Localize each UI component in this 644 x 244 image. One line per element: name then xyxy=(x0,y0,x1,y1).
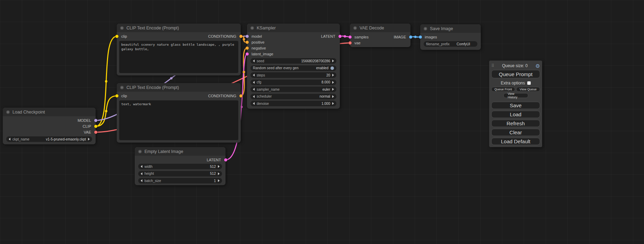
input-slot-clip[interactable] xyxy=(115,35,118,38)
node-clip-text-encode-negative[interactable]: CLIP Text Encode (Prompt) clip CONDITION… xyxy=(117,83,241,143)
slot-row: samples IMAGE xyxy=(350,34,411,40)
node-save-image[interactable]: Save Image images filename_prefix ComfyU… xyxy=(420,24,481,50)
increment-arrow-icon[interactable] xyxy=(332,88,334,91)
node-title-bar[interactable]: Empty Latent Image xyxy=(135,147,226,156)
collapse-dot-icon[interactable] xyxy=(120,26,124,30)
input-slot-positive[interactable] xyxy=(246,40,249,44)
queue-prompt-button[interactable]: Queue Prompt xyxy=(491,70,540,78)
increment-arrow-icon[interactable] xyxy=(332,81,334,84)
view-history-button[interactable]: View History xyxy=(503,93,528,98)
menu-header: ⠿ Queue size: 0 ⚙ xyxy=(491,63,540,69)
positive-prompt-textarea[interactable]: beautiful scenery nature glass bottle la… xyxy=(119,41,238,73)
increment-arrow-icon[interactable] xyxy=(332,102,334,105)
input-slot-negative[interactable] xyxy=(246,46,249,49)
widget-denoise[interactable]: denoise 1.000 xyxy=(250,101,336,106)
decrement-arrow-icon[interactable] xyxy=(253,74,255,76)
widget-cfg[interactable]: cfg 8.000 xyxy=(250,80,336,85)
node-title-bar[interactable]: CLIP Text Encode (Prompt) xyxy=(117,24,241,32)
collapse-dot-icon[interactable] xyxy=(424,27,427,30)
toggle-knob-icon[interactable] xyxy=(330,66,334,70)
node-ksampler[interactable]: KSampler model LATENT positive negative … xyxy=(247,24,340,109)
node-load-checkpoint[interactable]: Load Checkpoint MODEL CLIP VAE ckpt_name… xyxy=(3,108,96,144)
slot-row: CLIP xyxy=(3,123,96,129)
increment-arrow-icon[interactable] xyxy=(332,95,334,98)
widget-label: batch_size xyxy=(144,179,161,183)
increment-arrow-icon[interactable] xyxy=(218,172,220,175)
decrement-arrow-icon[interactable] xyxy=(141,172,142,175)
output-slot-conditioning[interactable] xyxy=(239,94,242,97)
decrement-arrow-icon[interactable] xyxy=(253,88,255,91)
widget-label: denoise xyxy=(257,102,269,106)
widget-steps[interactable]: steps 20 xyxy=(250,72,336,78)
node-title-bar[interactable]: CLIP Text Encode (Prompt) xyxy=(117,83,241,92)
node-title-bar[interactable]: Save Image xyxy=(420,24,481,33)
extra-options-checkbox[interactable] xyxy=(527,81,531,85)
view-queue-button[interactable]: View Queue xyxy=(516,87,540,92)
output-label-conditioning: CONDITIONING xyxy=(208,34,241,38)
widget-filename-prefix[interactable]: filename_prefix ComfyUI xyxy=(424,41,477,47)
increment-arrow-icon[interactable] xyxy=(218,179,220,182)
collapse-dot-icon[interactable] xyxy=(138,150,142,153)
node-vae-decode[interactable]: VAE Decode samples IMAGE vae xyxy=(350,24,411,47)
collapse-dot-icon[interactable] xyxy=(250,26,254,30)
node-title-bar[interactable]: KSampler xyxy=(247,24,340,32)
input-slot-clip[interactable] xyxy=(115,94,118,97)
output-slot-latent[interactable] xyxy=(338,35,342,38)
save-button[interactable]: Save xyxy=(491,102,540,109)
input-slot-vae[interactable] xyxy=(349,41,352,44)
decrement-arrow-icon[interactable] xyxy=(253,102,255,105)
load-button[interactable]: Load xyxy=(491,111,540,118)
output-label-conditioning: CONDITIONING xyxy=(208,94,241,98)
widget-ckpt-name[interactable]: ckpt_name v1-5-pruned-emaonly.ckpt xyxy=(6,136,92,142)
refresh-button[interactable]: Refresh xyxy=(491,120,540,127)
drag-handle-icon[interactable]: ⠿ xyxy=(491,64,494,68)
increment-arrow-icon[interactable] xyxy=(88,138,90,141)
output-slot-clip[interactable] xyxy=(94,125,97,128)
output-slot-latent[interactable] xyxy=(224,158,227,161)
output-label-latent: LATENT xyxy=(321,34,340,38)
clear-button[interactable]: Clear xyxy=(491,129,540,136)
queue-front-button[interactable]: Queue Front xyxy=(491,87,515,92)
settings-gear-icon[interactable]: ⚙ xyxy=(536,63,540,69)
decrement-arrow-icon[interactable] xyxy=(253,95,255,98)
node-title-bar[interactable]: VAE Decode xyxy=(350,24,411,32)
node-title-bar[interactable]: Load Checkpoint xyxy=(3,108,96,116)
widget-width[interactable]: width 512 xyxy=(138,164,222,169)
output-slot-image[interactable] xyxy=(409,35,412,38)
widget-seed[interactable]: seed 156680208700286 xyxy=(250,58,336,64)
node-title: CLIP Text Encode (Prompt) xyxy=(126,85,179,90)
decrement-arrow-icon[interactable] xyxy=(9,138,10,141)
widget-height[interactable]: height 512 xyxy=(138,171,222,177)
node-clip-text-encode-positive[interactable]: CLIP Text Encode (Prompt) clip CONDITION… xyxy=(117,24,241,75)
input-slot-model[interactable] xyxy=(246,35,249,38)
collapse-dot-icon[interactable] xyxy=(353,26,357,30)
widget-random-seed-toggle[interactable]: Random seed after every gen enabled xyxy=(250,65,336,71)
decrement-arrow-icon[interactable] xyxy=(253,60,255,62)
node-graph-canvas[interactable]: Load Checkpoint MODEL CLIP VAE ckpt_name… xyxy=(0,0,644,244)
input-slot-images[interactable] xyxy=(419,35,422,38)
link-midpoint-dot xyxy=(170,77,173,80)
decrement-arrow-icon[interactable] xyxy=(141,165,142,168)
decrement-arrow-icon[interactable] xyxy=(141,179,142,182)
increment-arrow-icon[interactable] xyxy=(218,165,220,168)
decrement-arrow-icon[interactable] xyxy=(253,81,255,84)
output-slot-model[interactable] xyxy=(94,119,97,122)
collapse-dot-icon[interactable] xyxy=(120,86,124,89)
collapse-dot-icon[interactable] xyxy=(6,110,10,114)
widget-batch-size[interactable]: batch_size 1 xyxy=(138,178,222,183)
input-slot-latent-image[interactable] xyxy=(246,52,249,55)
widget-scheduler[interactable]: scheduler normal xyxy=(250,94,336,99)
widget-label: height xyxy=(144,172,154,175)
widget-sampler-name[interactable]: sampler_name euler xyxy=(250,87,336,92)
queue-buttons-row: Queue Front View Queue xyxy=(491,87,540,92)
link-midpoint-dot xyxy=(414,36,417,38)
increment-arrow-icon[interactable] xyxy=(332,74,334,76)
node-empty-latent-image[interactable]: Empty Latent Image LATENT width 512 heig… xyxy=(135,147,226,185)
negative-prompt-textarea[interactable]: text, watermark xyxy=(119,100,238,140)
output-slot-conditioning[interactable] xyxy=(239,35,242,38)
input-slot-samples[interactable] xyxy=(349,35,352,38)
increment-arrow-icon[interactable] xyxy=(332,60,334,62)
link-midpoint-dot xyxy=(243,71,245,73)
load-default-button[interactable]: Load Default xyxy=(491,138,540,145)
output-slot-vae[interactable] xyxy=(94,130,97,134)
